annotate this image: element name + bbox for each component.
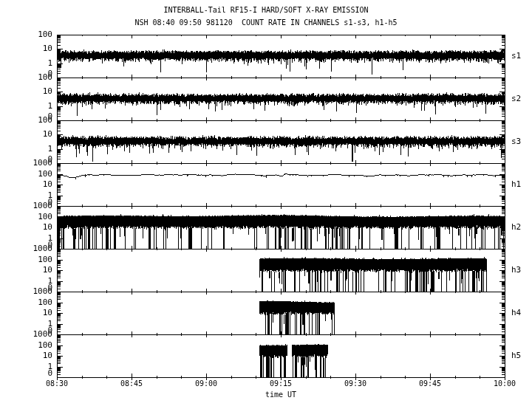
y-tick-label-h5-100: 100 <box>0 341 52 350</box>
plot-canvas <box>0 0 532 406</box>
channel-label-h2: h2 <box>511 223 521 232</box>
channel-label-h5: h5 <box>511 351 521 360</box>
x-tick-label-08:45: 08:45 <box>109 379 154 388</box>
y-tick-label-s1-1: 1 <box>0 59 52 68</box>
y-tick-label-h1-10: 10 <box>0 180 52 189</box>
y-tick-label-s3-100: 100 <box>0 116 52 125</box>
y-tick-label-h1-1000: 1000 <box>0 159 52 168</box>
y-tick-label-h1-100: 100 <box>0 170 52 179</box>
y-tick-label-h5-0: 0 <box>0 369 52 378</box>
y-tick-label-h4-1000: 1000 <box>0 287 52 296</box>
y-tick-label-h2-100: 100 <box>0 213 52 221</box>
x-tick-label-09:45: 09:45 <box>408 379 452 388</box>
y-tick-label-s2-10: 10 <box>0 87 52 96</box>
y-tick-label-h2-1000: 1000 <box>0 202 52 210</box>
channel-label-h3: h3 <box>511 266 521 275</box>
y-tick-label-s2-1: 1 <box>0 102 52 111</box>
y-tick-label-h3-1000: 1000 <box>0 244 52 253</box>
y-tick-label-h4-100: 100 <box>0 298 52 307</box>
y-tick-label-h5-1000: 1000 <box>0 330 52 339</box>
chart-subtitle: NSH 08:40 09:50 981120 COUNT RATE IN CHA… <box>0 18 532 27</box>
x-tick-label-09:15: 09:15 <box>259 379 303 388</box>
channel-label-s3: s3 <box>511 137 521 146</box>
y-tick-label-s1-10: 10 <box>0 44 52 53</box>
x-axis-title: time UT <box>251 390 310 399</box>
x-tick-label-08:30: 08:30 <box>35 379 79 388</box>
y-tick-label-s1-100: 100 <box>0 30 52 39</box>
x-tick-label-09:00: 09:00 <box>184 379 228 388</box>
y-tick-label-h3-100: 100 <box>0 255 52 264</box>
chart-title: INTERBALL-Tail RF15-I HARD/SOFT X-RAY EM… <box>0 5 532 15</box>
channel-label-s1: s1 <box>511 52 521 61</box>
y-tick-label-h4-10: 10 <box>0 309 52 317</box>
x-tick-label-09:30: 09:30 <box>333 379 378 388</box>
channel-label-h1: h1 <box>511 180 521 189</box>
y-tick-label-h2-10: 10 <box>0 223 52 232</box>
y-tick-label-h3-10: 10 <box>0 266 52 275</box>
xray-emission-figure: INTERBALL-Tail RF15-I HARD/SOFT X-RAY EM… <box>0 0 532 406</box>
x-tick-label-10:00: 10:00 <box>482 379 527 388</box>
y-tick-label-s3-1: 1 <box>0 145 52 154</box>
y-tick-label-h5-10: 10 <box>0 351 52 360</box>
channel-label-s2: s2 <box>511 94 521 103</box>
y-tick-label-s3-10: 10 <box>0 130 52 139</box>
y-tick-label-s2-100: 100 <box>0 73 52 82</box>
channel-label-h4: h4 <box>511 309 521 317</box>
